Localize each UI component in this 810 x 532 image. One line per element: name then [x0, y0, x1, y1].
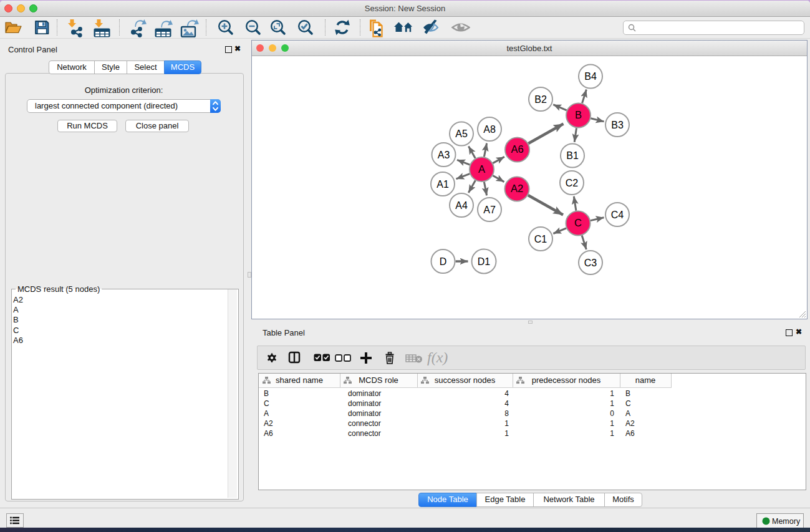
svg-text:A1: A1: [436, 179, 449, 190]
svg-text:A8: A8: [483, 124, 496, 135]
svg-text:C2: C2: [566, 178, 579, 188]
svg-text:C1: C1: [534, 234, 547, 244]
svg-text:B2: B2: [534, 94, 547, 105]
svg-text:B3: B3: [611, 120, 624, 130]
svg-text:B1: B1: [566, 150, 579, 161]
svg-text:A3: A3: [438, 150, 450, 160]
svg-text:D1: D1: [478, 256, 491, 267]
svg-text:C4: C4: [611, 210, 624, 220]
svg-text:C3: C3: [584, 258, 597, 268]
svg-text:A7: A7: [483, 205, 496, 215]
svg-text:A2: A2: [511, 183, 523, 194]
svg-text:A: A: [478, 163, 485, 175]
svg-text:D: D: [440, 256, 447, 267]
svg-text:A6: A6: [511, 143, 523, 155]
svg-text:B: B: [575, 109, 582, 120]
svg-text:B4: B4: [584, 71, 597, 82]
svg-text:A4: A4: [455, 200, 468, 211]
svg-text:A5: A5: [455, 128, 468, 139]
svg-text:C: C: [574, 217, 582, 228]
